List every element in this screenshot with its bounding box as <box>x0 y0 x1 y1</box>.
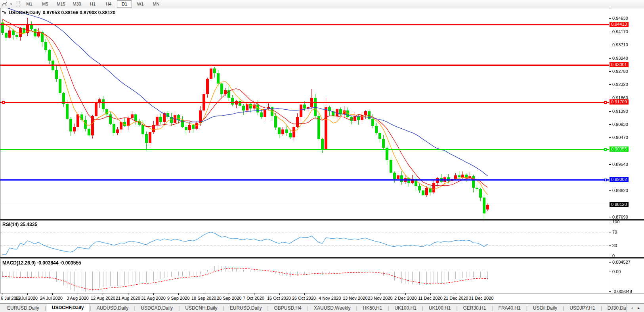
price-level-badge: 0.91709 <box>610 99 629 105</box>
date-axis-label: 4 Nov 2020 <box>319 296 341 301</box>
date-axis-label: 26 Oct 2020 <box>292 296 316 301</box>
date-axis-label: 18 Sep 2020 <box>191 296 216 301</box>
price-level-badge: 0.90055 <box>610 146 629 152</box>
date-tick-mark <box>430 293 431 295</box>
chart-header: USDCHF,Daily 0.87953 0.88166 0.87908 0.8… <box>2 10 115 15</box>
date-tick-mark <box>405 293 406 295</box>
tab-scroll-right-icon[interactable]: ► <box>637 306 640 310</box>
tab-fra40-h1[interactable]: FRA40,H1 <box>493 304 526 312</box>
tab-usdcnh-daily[interactable]: USDCNH,Daily <box>180 304 223 312</box>
line-studies-icon[interactable] <box>1 1 8 7</box>
price-tick-label-tick-mark <box>609 111 611 112</box>
tab-usoil-daily[interactable]: USOil,Daily <box>527 304 563 312</box>
chart-tab-bar: EURUSD,Daily|USDCHF,Daily|AUDUSD,Daily|U… <box>0 303 644 312</box>
timeframe-button-m15[interactable]: M15 <box>54 0 69 8</box>
date-axis-label: 31 Aug 2020 <box>141 296 166 301</box>
tab-usdchf-daily[interactable]: USDCHF,Daily <box>46 304 90 312</box>
date-axis[interactable]: 6 Jul 202015 Jul 202024 Jul 20203 Aug 20… <box>0 293 644 303</box>
tab-eurusd-daily[interactable]: EURUSD,Daily <box>2 304 45 312</box>
price-level-badge: 0.89002 <box>610 177 629 182</box>
rsi-tick-label: 100 <box>612 219 619 224</box>
price-tick-label-tick-mark <box>609 98 611 98</box>
date-tick-mark <box>456 293 456 295</box>
price-axis-separator[interactable] <box>609 8 609 293</box>
rsi-tick-label: 30 <box>612 243 617 248</box>
rsi-tick-label: 0 <box>612 253 615 258</box>
price-chart-canvas[interactable] <box>0 8 609 220</box>
price-tick-label: 0.94170 <box>612 29 628 34</box>
chart-tabs: EURUSD,Daily|USDCHF,Daily|AUDUSD,Daily|U… <box>0 304 628 312</box>
rsi-indicator-canvas[interactable] <box>0 221 609 257</box>
macd-panel-resize-handle[interactable] <box>0 257 644 259</box>
date-tick-mark <box>279 293 280 295</box>
tab-usdcad-daily[interactable]: USDCAD,Daily <box>135 304 178 312</box>
timeframe-button-w1[interactable]: W1 <box>133 0 148 8</box>
rsi-tick-label-tick-mark <box>609 256 611 256</box>
tab-xauusd-weekly[interactable]: XAUUSD,Weekly <box>308 304 356 312</box>
tab-usdjpy-h1[interactable]: USDJPY,H1 <box>564 304 600 312</box>
timeframe-button-m1[interactable]: M1 <box>22 0 37 8</box>
price-tick-label: 0.90930 <box>612 122 628 127</box>
chart-left-border <box>0 8 0 293</box>
date-tick-mark <box>52 293 53 295</box>
price-tick-label: 0.92780 <box>612 69 628 74</box>
timeframe-button-h1[interactable]: H1 <box>85 0 100 8</box>
price-tick-label: 0.93240 <box>612 56 628 61</box>
price-tick-label: 0.93710 <box>612 42 628 47</box>
date-axis-label: 16 Oct 2020 <box>267 296 291 301</box>
tab-uk100-h1[interactable]: UK100,H1 <box>389 304 422 312</box>
chart-symbol-label: USDCHF,Daily <box>9 10 41 15</box>
price-tick-label-tick-mark <box>609 71 611 72</box>
macd-indicator-canvas[interactable] <box>0 259 609 293</box>
price-level-badge: 0.94413 <box>610 22 629 27</box>
price-tick-label-tick-mark <box>609 164 611 165</box>
date-tick-mark <box>481 293 481 295</box>
tab-gbpusd-h4[interactable]: GBPUSD,H4 <box>269 304 307 312</box>
rsi-tick-label-tick-mark <box>609 245 611 246</box>
tab-ger30-h1[interactable]: GER30,H1 <box>457 304 491 312</box>
date-axis-label: 3 Aug 2020 <box>67 296 89 301</box>
date-tick-mark <box>380 293 380 295</box>
tab-hk50-h1[interactable]: HK50,H1 <box>357 304 388 312</box>
rsi-panel-resize-handle[interactable] <box>0 219 644 221</box>
rsi-tick-label-tick-mark <box>609 232 611 232</box>
macd-tick-label-tick-mark <box>609 262 611 263</box>
date-tick-mark <box>128 293 128 295</box>
timeframe-button-d1[interactable]: D1 <box>117 0 132 8</box>
date-tick-mark <box>27 293 28 295</box>
timeframe-button-mn[interactable]: MN <box>149 0 164 8</box>
price-tick-label: 0.90470 <box>612 135 628 140</box>
date-axis-label: 21 Aug 2020 <box>116 296 140 301</box>
tab-audusd-daily[interactable]: AUDUSD,Daily <box>91 304 134 312</box>
price-tick-label: 0.87690 <box>612 215 628 219</box>
toolbar-grip-handle[interactable] <box>17 1 19 7</box>
macd-tick-label: 0.00 <box>612 269 621 274</box>
date-axis-label: 28 Sep 2020 <box>217 296 241 301</box>
tab-dj30-daily[interactable]: DJ30,Daily <box>602 304 628 312</box>
date-axis-label: 21 Dec 2020 <box>443 296 468 301</box>
date-tick-mark <box>103 293 103 295</box>
date-axis-label: 9 Sep 2020 <box>167 296 189 301</box>
macd-pane-label: MACD(12,26,9) -0.003844 -0.003555 <box>2 260 81 266</box>
price-tick-label-tick-mark <box>609 84 611 85</box>
price-tick-label: 0.91390 <box>612 109 628 114</box>
tab-scroll-left-icon[interactable]: ◄ <box>630 306 634 310</box>
tab-eurusd-daily[interactable]: EURUSD,Daily <box>224 304 268 312</box>
date-tick-mark <box>2 293 2 295</box>
price-tick-label-tick-mark <box>609 18 611 19</box>
price-tick-label-tick-mark <box>609 58 611 59</box>
date-tick-mark <box>355 293 355 295</box>
date-axis-label: 7 Oct 2020 <box>243 296 264 301</box>
tab-uk100-h1[interactable]: UK100,H1 <box>423 304 456 312</box>
timeframe-button-m30[interactable]: M30 <box>69 0 84 8</box>
timeframe-button-m5[interactable]: M5 <box>38 0 53 8</box>
toolbar-dropdown-caret-icon[interactable]: ▼ <box>9 3 13 6</box>
date-tick-mark <box>229 293 229 295</box>
macd-tick-label-tick-mark <box>609 291 611 292</box>
timeframe-button-h4[interactable]: H4 <box>101 0 116 8</box>
chart-ohlc-values: 0.87953 0.88166 0.87908 0.88120 <box>43 10 116 15</box>
current-price-badge: 0.88120 <box>610 202 629 207</box>
price-tick-label: 0.94630 <box>612 16 628 21</box>
date-tick-mark <box>304 293 305 295</box>
date-axis-label: 12 Aug 2020 <box>91 296 115 301</box>
